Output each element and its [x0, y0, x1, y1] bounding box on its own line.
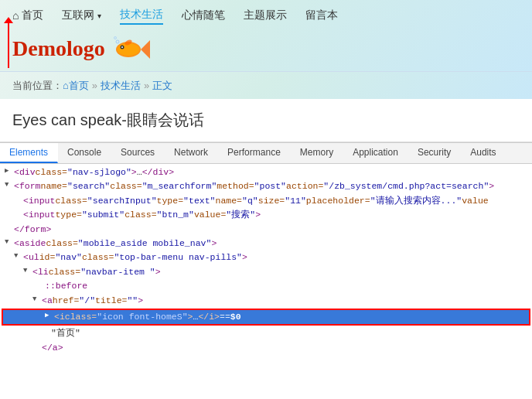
code-line-3[interactable]: <input class="searchInput" type="text" n…	[0, 194, 532, 208]
code-line-9[interactable]: ::before	[0, 279, 532, 293]
tab-elements[interactable]: Elements	[0, 143, 58, 163]
logo-area: Demologo	[0, 29, 532, 71]
tab-sources[interactable]: Sources	[111, 143, 165, 163]
svg-marker-2	[141, 40, 150, 59]
red-arrow-annotation	[8, 22, 9, 68]
logo-text[interactable]: Demologo	[12, 36, 105, 61]
breadcrumb: 当前位置： ⌂ 首页 » 技术生活 » 正文	[0, 71, 532, 99]
tab-security[interactable]: Security	[408, 143, 461, 163]
site-wrapper: ⌂ 首页 互联网 技术生活 心情随笔 主题展示 留言本 Demologo	[0, 0, 532, 356]
tab-network[interactable]: Network	[165, 143, 218, 163]
home-icon: ⌂	[12, 9, 19, 22]
svg-point-7	[114, 37, 116, 39]
tab-memory[interactable]: Memory	[291, 143, 343, 163]
expand-arrow-7[interactable]	[14, 251, 23, 261]
nav-mood-label: 心情随笔	[182, 9, 225, 21]
breadcrumb-home-link[interactable]: 首页	[69, 79, 89, 93]
code-line-12[interactable]: "首页"	[0, 326, 532, 340]
code-line-1[interactable]: <div class="nav-sjlogo" > … </div>	[0, 165, 532, 179]
tab-audits[interactable]: Audits	[461, 143, 506, 163]
breadcrumb-sep1: »	[92, 80, 97, 91]
expand-arrow-8[interactable]	[23, 265, 32, 276]
nav-item-mood[interactable]: 心情随笔	[182, 7, 225, 24]
svg-point-4	[121, 46, 123, 48]
expand-arrow-6[interactable]	[5, 237, 14, 247]
breadcrumb-sep2: »	[144, 80, 149, 91]
site-header: ⌂ 首页 互联网 技术生活 心情随笔 主题展示 留言本 Demologo	[0, 0, 532, 71]
nav-home-label: 首页	[22, 9, 43, 22]
code-line-13[interactable]: </a>	[0, 341, 532, 355]
devtools-content: <div class="nav-sjlogo" > … </div> <form…	[0, 164, 532, 356]
code-line-2[interactable]: <form name="search" class="m_searchform"…	[0, 179, 532, 193]
expand-arrow-11[interactable]	[45, 310, 54, 321]
tab-console[interactable]: Console	[58, 143, 111, 163]
code-line-7[interactable]: <ul id="nav" class="top-bar-menu nav-pil…	[0, 251, 532, 264]
code-line-11-selected[interactable]: <i class="icon font-homeS" > … </i> == $…	[3, 310, 529, 324]
nav-internet-label: 互联网	[62, 9, 94, 21]
page-title: Eyes can speak-眼睛会说话	[12, 110, 520, 131]
nav-bar: ⌂ 首页 互联网 技术生活 心情随笔 主题展示 留言本	[0, 6, 532, 29]
nav-item-home[interactable]: ⌂ 首页	[12, 7, 43, 24]
breadcrumb-current: 正文	[152, 79, 172, 93]
nav-theme-label: 主题展示	[244, 9, 287, 21]
logo-fish-decoration	[111, 32, 154, 65]
expand-arrow-1[interactable]	[5, 165, 14, 176]
tab-performance[interactable]: Performance	[218, 143, 291, 163]
nav-guestbook-label: 留言本	[305, 9, 338, 21]
expand-arrow-2[interactable]	[5, 179, 14, 190]
breadcrumb-prefix: 当前位置：	[12, 79, 63, 93]
nav-tech-label: 技术生活	[120, 8, 163, 20]
page-title-area: Eyes can speak-眼睛会说话	[0, 99, 532, 142]
code-line-6[interactable]: <aside class="mobile_aside mobile_nav" >	[0, 237, 532, 251]
breadcrumb-home-icon: ⌂	[63, 80, 69, 91]
expand-arrow-10[interactable]	[32, 294, 42, 305]
tab-application[interactable]: Application	[343, 143, 408, 163]
nav-item-internet[interactable]: 互联网	[62, 7, 101, 24]
breadcrumb-section-link[interactable]: 技术生活	[101, 79, 141, 93]
highlight-box: <i class="icon font-homeS" > … </i> == $…	[2, 309, 530, 326]
code-line-5[interactable]: </form>	[0, 223, 532, 237]
svg-point-1	[118, 43, 139, 56]
devtools-tabs: Elements Console Sources Network Perform…	[0, 143, 532, 164]
nav-item-theme[interactable]: 主题展示	[244, 7, 287, 24]
devtools-panel: Elements Console Sources Network Perform…	[0, 142, 532, 356]
svg-point-6	[116, 40, 119, 43]
nav-item-guestbook[interactable]: 留言本	[305, 7, 338, 24]
code-line-4[interactable]: <input type="submit" class="btn_m" value…	[0, 208, 532, 222]
code-line-10[interactable]: <a href="/" title="" >	[0, 294, 532, 308]
nav-item-tech[interactable]: 技术生活	[120, 6, 163, 25]
code-line-8[interactable]: <li class="navbar-item " >	[0, 265, 532, 279]
